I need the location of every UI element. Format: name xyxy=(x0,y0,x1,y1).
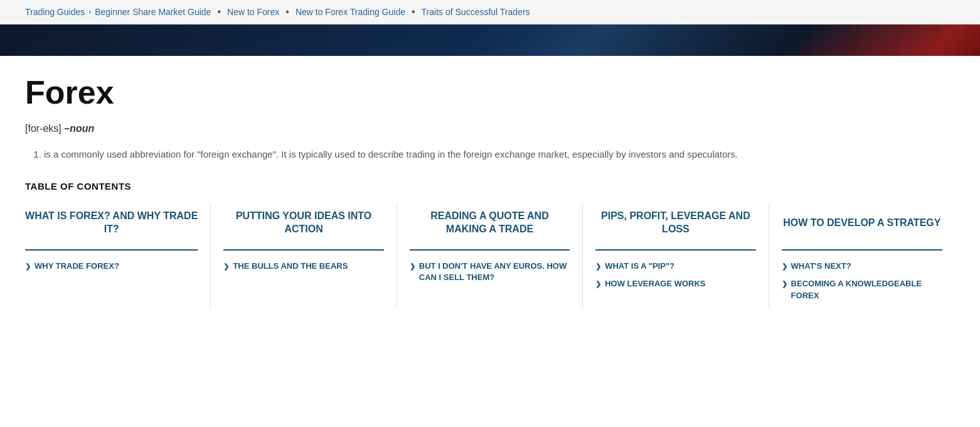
breadcrumb-item-0[interactable]: Beginner Share Market Guide xyxy=(95,7,211,17)
phonetic-text: [for-eks] xyxy=(25,123,61,134)
toc-link-text-3-0: WHAT IS A "PIP"? xyxy=(605,261,674,272)
toc-link-text-4-0: WHAT'S NEXT? xyxy=(791,261,851,272)
hero-banner xyxy=(0,24,980,56)
toc-link-arrow-1-0: ❯ xyxy=(223,262,229,271)
toc-column-2: READING A QUOTE AND MAKING A TRADE❯BUT I… xyxy=(397,204,583,308)
toc-grid: WHAT IS FOREX? AND WHY TRADE IT?❯WHY TRA… xyxy=(25,204,955,308)
toc-heading: TABLE OF CONTENTS xyxy=(25,181,955,192)
breadcrumb-item-3[interactable]: Traits of Successful Traders xyxy=(422,7,530,17)
toc-link-1-0[interactable]: ❯THE BULLS AND THE BEARS xyxy=(223,261,383,272)
toc-col-divider-0 xyxy=(25,249,198,251)
page-title: Forex xyxy=(25,75,955,111)
breadcrumb-root[interactable]: Trading Guides xyxy=(25,7,85,17)
toc-column-1: PUTTING YOUR IDEAS INTO ACTION❯THE BULLS… xyxy=(211,204,397,308)
toc-link-4-1[interactable]: ❯BECOMING A KNOWLEDGEABLE FOREX xyxy=(782,278,942,301)
definition-item: is a commonly used abbreviation for "for… xyxy=(44,147,922,162)
toc-col-title-2[interactable]: READING A QUOTE AND MAKING A TRADE xyxy=(410,204,570,242)
noun-label: –noun xyxy=(64,123,94,134)
toc-link-arrow-3-1: ❯ xyxy=(595,279,601,289)
definition-list: is a commonly used abbreviation for "for… xyxy=(44,147,955,162)
toc-link-text-0-0: WHY TRADE FOREX? xyxy=(35,261,119,272)
toc-column-0: WHAT IS FOREX? AND WHY TRADE IT?❯WHY TRA… xyxy=(25,204,211,308)
toc-link-text-4-1: BECOMING A KNOWLEDGEABLE FOREX xyxy=(791,278,942,301)
toc-col-divider-4 xyxy=(782,249,942,251)
breadcrumb-dot-2: • xyxy=(412,6,415,18)
toc-col-divider-3 xyxy=(595,249,755,251)
toc-link-arrow-4-0: ❯ xyxy=(782,262,787,271)
toc-link-text-3-1: HOW LEVERAGE WORKS xyxy=(605,278,705,289)
breadcrumb: Trading Guides › Beginner Share Market G… xyxy=(0,0,980,24)
toc-link-text-1-0: THE BULLS AND THE BEARS xyxy=(233,261,348,272)
toc-col-title-4[interactable]: HOW TO DEVELOP A STRATEGY xyxy=(782,204,942,242)
toc-link-3-0[interactable]: ❯WHAT IS A "PIP"? xyxy=(595,261,755,272)
breadcrumb-item-1[interactable]: New to Forex xyxy=(227,7,279,17)
toc-col-divider-1 xyxy=(223,249,383,251)
toc-col-title-0[interactable]: WHAT IS FOREX? AND WHY TRADE IT? xyxy=(25,204,198,242)
breadcrumb-dot-0: • xyxy=(217,6,221,18)
toc-link-arrow-2-0: ❯ xyxy=(410,262,415,271)
toc-link-arrow-3-0: ❯ xyxy=(595,262,601,271)
toc-link-arrow-4-1: ❯ xyxy=(782,279,787,289)
toc-link-arrow-0-0: ❯ xyxy=(25,262,31,271)
toc-col-divider-2 xyxy=(410,249,570,251)
toc-link-3-1[interactable]: ❯HOW LEVERAGE WORKS xyxy=(595,278,755,289)
toc-column-3: PIPS, PROFIT, LEVERAGE AND LOSS❯WHAT IS … xyxy=(583,204,769,308)
toc-link-2-0[interactable]: ❯BUT I DON'T HAVE ANY EUROS. HOW CAN I S… xyxy=(410,261,570,283)
breadcrumb-item-2[interactable]: New to Forex Trading Guide xyxy=(296,7,405,17)
toc-col-title-3[interactable]: PIPS, PROFIT, LEVERAGE AND LOSS xyxy=(595,204,755,242)
toc-link-text-2-0: BUT I DON'T HAVE ANY EUROS. HOW CAN I SE… xyxy=(419,261,570,283)
main-content: Forex [for-eks] –noun is a commonly used… xyxy=(0,56,980,320)
breadcrumb-chevron: › xyxy=(88,8,91,16)
toc-link-0-0[interactable]: ❯WHY TRADE FOREX? xyxy=(25,261,198,272)
breadcrumb-dot-1: • xyxy=(285,6,289,18)
toc-col-title-1[interactable]: PUTTING YOUR IDEAS INTO ACTION xyxy=(223,204,383,242)
pronunciation: [for-eks] –noun xyxy=(25,123,955,134)
toc-column-4: HOW TO DEVELOP A STRATEGY❯WHAT'S NEXT?❯B… xyxy=(769,204,955,308)
toc-link-4-0[interactable]: ❯WHAT'S NEXT? xyxy=(782,261,942,272)
